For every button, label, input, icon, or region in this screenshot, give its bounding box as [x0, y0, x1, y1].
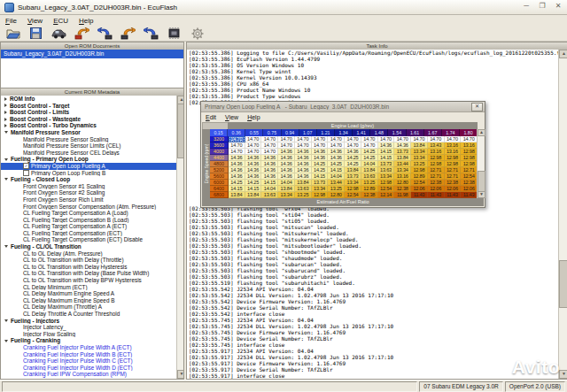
table-cell[interactable]: 12.38 [461, 180, 478, 186]
table-cell[interactable]: 13.84 [345, 167, 361, 173]
tree-item[interactable]: CL to OL Transition with Delay BPW Hyste… [1, 277, 176, 284]
tree-item[interactable]: Injector Flow Scaling_ [1, 331, 176, 338]
table-cell[interactable]: 12.89 [411, 173, 428, 180]
table-cell[interactable]: 12.71 [445, 167, 462, 173]
metadata-scrollbar[interactable]: ▲ ▼ [176, 96, 184, 379]
tree-item[interactable]: Cranking Fuel Injector Pulse Width B (EC… [1, 351, 176, 358]
table-scrollbar[interactable]: ▲ ▼ [477, 129, 484, 198]
table-cell[interactable]: 14.70 [229, 149, 245, 155]
table-cell[interactable]: 14.70 [378, 136, 395, 142]
scroll-down-icon[interactable]: ▼ [478, 191, 485, 198]
tree-item[interactable]: Manifold Pressure Sensor [1, 129, 176, 136]
table-cell[interactable]: 13.25 [295, 192, 312, 198]
close-button[interactable]: ✕ [553, 2, 563, 10]
table-cell[interactable]: 14.70 [312, 142, 329, 149]
table-cell[interactable]: 14.36 [278, 161, 295, 167]
table-cell[interactable]: 14.36 [245, 161, 262, 167]
table-cell[interactable]: 11.43 [428, 192, 445, 198]
table-cell[interactable]: 12.80 [394, 180, 411, 186]
table-cell[interactable]: 12.98 [345, 186, 361, 192]
table-cell[interactable]: 13.16 [394, 173, 411, 180]
table-cell[interactable]: 14.04 [328, 173, 345, 180]
row-header[interactable]: 5600 [210, 173, 229, 180]
table-cell[interactable]: 13.84 [245, 192, 262, 198]
tree-item[interactable]: ROM Info [1, 96, 176, 103]
table-cell[interactable]: 13.84 [295, 180, 312, 186]
table-cell[interactable]: 13.16 [428, 149, 445, 155]
table-cell[interactable]: 12.38 [394, 186, 411, 192]
tree-item[interactable]: CL to OL Transition with Delay Hysteresi… [1, 264, 176, 271]
tree-item[interactable]: Boost Control - Wastegate [1, 116, 176, 123]
table-cell[interactable]: 14.70 [361, 142, 378, 149]
column-header[interactable]: 1.41 [353, 129, 370, 136]
expander-icon[interactable] [4, 118, 7, 121]
tree-item[interactable]: CL Fueling Target Compensation (ECT)_ [1, 230, 176, 237]
rom-document-item[interactable]: Subaru_Legacy_3.0AT_D2UH003R.bin [1, 50, 183, 58]
tree-item[interactable]: Fueling - CL/OL Transition [1, 243, 176, 250]
tree-item[interactable]: Boost Control - Turbo Dynamics [1, 122, 176, 129]
table-cell[interactable]: 14.25 [345, 155, 361, 161]
tree-item[interactable]: CL Fueling Target Compensation B (Load) [1, 217, 176, 224]
table-cell[interactable]: 14.36 [261, 167, 278, 173]
expander-icon[interactable] [4, 340, 8, 342]
tree-item[interactable]: Front Oxygen Sensor #1 Scaling [1, 183, 176, 190]
tree-item[interactable]: Cranking Fuel Injector Pulse Width C (EC… [1, 357, 176, 365]
write-rom-alt-button[interactable] [120, 27, 136, 40]
table-cell[interactable]: 14.70 [428, 136, 445, 142]
menu-view[interactable]: View [22, 16, 48, 26]
read-rom-alt-button[interactable] [144, 27, 159, 40]
table-cell[interactable]: 14.25 [345, 161, 361, 167]
table-cell[interactable]: 14.70 [245, 136, 262, 142]
table-cell[interactable]: 14.25 [328, 161, 345, 167]
table-cell[interactable]: 13.34 [278, 192, 295, 198]
table-cell[interactable]: 14.70 [295, 136, 312, 142]
table-cell[interactable]: 12.98 [461, 155, 478, 161]
table-cell[interactable]: 12.98 [428, 161, 445, 167]
tree-item[interactable]: ✓Primary Open Loop Fueling A_ [1, 163, 176, 170]
table-cell[interactable]: 12.54 [378, 186, 395, 192]
tree-item[interactable]: Cranking Fuel Injector Pulse Width A (EC… [1, 344, 176, 351]
reflash-ecu-button[interactable] [167, 27, 182, 40]
expander-icon[interactable] [4, 245, 8, 248]
table-cell[interactable]: 13.84 [278, 186, 295, 192]
tree-item[interactable]: CL Delay Maximum (Throttle) A [1, 304, 176, 311]
table-cell[interactable]: 14.36 [295, 149, 312, 155]
column-header[interactable]: 1.74 [442, 129, 460, 136]
expander-icon[interactable] [4, 124, 7, 127]
table-cell[interactable]: 13.16 [445, 149, 462, 155]
table-cell[interactable]: 13.16 [445, 142, 462, 149]
scroll-up-icon[interactable]: ▲ [559, 50, 567, 58]
table-cell[interactable]: 11.43 [445, 192, 462, 198]
tree-item[interactable]: Fueling - Closed Loop [1, 176, 176, 183]
tree-item[interactable]: Front Oxygen Sensor #2 Scaling [1, 189, 176, 196]
table-cell[interactable]: 14.70 [345, 142, 361, 149]
table-cell[interactable]: 14.70 [278, 142, 295, 149]
table-cell[interactable]: 14.36 [394, 142, 411, 149]
table-cell[interactable]: 13.44 [394, 161, 411, 167]
table-cell[interactable]: 12.98 [312, 192, 329, 198]
table-cell[interactable]: 14.70 [461, 136, 478, 142]
table-cell[interactable]: 14.36 [378, 142, 395, 149]
expander-icon[interactable] [4, 131, 8, 134]
table-cell[interactable]: 12.06 [445, 186, 462, 192]
row-header[interactable]: 3200 [210, 136, 229, 142]
table-cell[interactable]: 13.73 [394, 149, 411, 155]
table-cell[interactable]: 14.70 [261, 142, 278, 149]
table-cell[interactable]: 14.25 [312, 161, 329, 167]
options-button[interactable] [190, 27, 205, 40]
tree-item[interactable]: CL to OL Transition with Delay (Base Pul… [1, 270, 176, 277]
table-cell[interactable]: 14.70 [229, 142, 245, 149]
table-cell[interactable]: 14.36 [295, 167, 312, 173]
table-cell[interactable]: 13.73 [312, 180, 329, 186]
table-cell[interactable]: 14.36 [278, 149, 295, 155]
table-cell[interactable]: 12.06 [411, 186, 428, 192]
table-cell[interactable]: 13.73 [345, 173, 361, 180]
table-cell[interactable]: 13.34 [378, 173, 395, 180]
table-cell[interactable]: 14.70 [261, 149, 278, 155]
table-cell[interactable]: 14.70 [312, 136, 329, 142]
scroll-down-icon[interactable]: ▼ [559, 370, 567, 379]
table-cell[interactable]: 13.34 [394, 167, 411, 173]
menu-help[interactable]: Help [243, 114, 264, 120]
column-header[interactable]: 1.34 [335, 129, 353, 136]
table-cell[interactable]: 14.70 [345, 136, 361, 142]
